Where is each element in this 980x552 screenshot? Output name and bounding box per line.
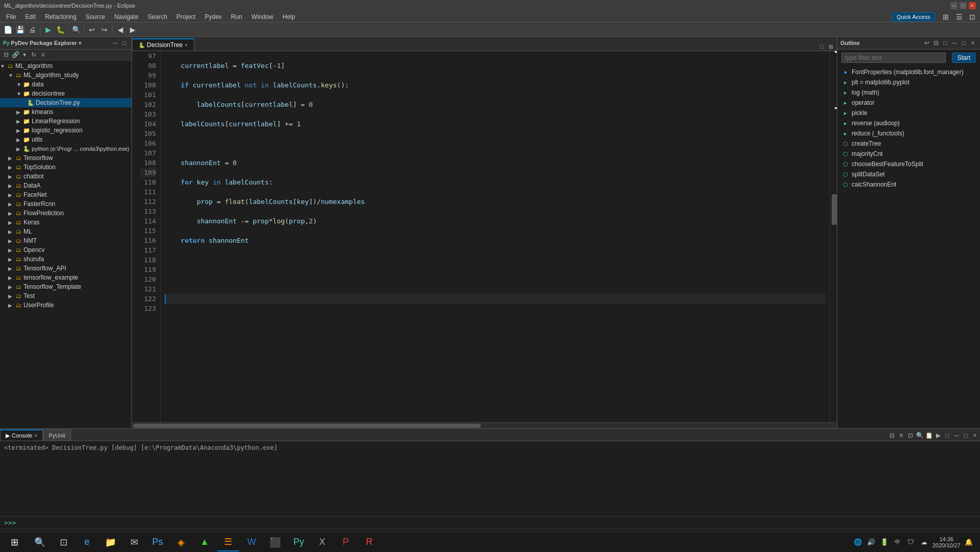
taskbar-photoshop[interactable]: Ps bbox=[146, 533, 169, 551]
tree-item-ml[interactable]: ▶ 🗂 ML bbox=[0, 227, 131, 236]
console-btn6[interactable]: ▶ bbox=[934, 431, 942, 440]
start-button[interactable]: Start bbox=[952, 53, 976, 63]
tree-item-ml-algorithm[interactable]: ▼ 🗂 ML_algorithm bbox=[0, 61, 131, 71]
tab-maximize-btn[interactable]: □ bbox=[817, 42, 826, 51]
next-btn[interactable]: ▶ bbox=[127, 24, 138, 35]
debug-btn[interactable]: 🐛 bbox=[55, 24, 66, 35]
menu-help[interactable]: Help bbox=[278, 12, 299, 21]
antivirus-icon[interactable]: 🛡 bbox=[906, 537, 916, 547]
outline-item-plt[interactable]: ▸ plt = matplotlib.pyplot bbox=[837, 77, 980, 87]
cloud-icon[interactable]: ☁ bbox=[919, 537, 929, 547]
tree-item-ml-algorithm-study[interactable]: ▼ 🗂 ML_algorithm_study bbox=[0, 71, 131, 80]
redo-btn[interactable]: ↪ bbox=[99, 24, 110, 35]
taskbar-db[interactable]: ◈ bbox=[170, 533, 192, 551]
outline-maximize-btn[interactable]: □ bbox=[960, 39, 968, 47]
taskbar-edge[interactable]: e bbox=[76, 533, 98, 551]
tree-item-test[interactable]: ▶ 🗂 Test bbox=[0, 291, 131, 301]
console-maximize-btn[interactable]: □ bbox=[962, 431, 970, 440]
network-icon[interactable]: 🌐 bbox=[853, 537, 863, 547]
taskbar-taskview[interactable]: ⊡ bbox=[52, 533, 75, 551]
explorer-menu-btn[interactable]: ▾ bbox=[20, 51, 29, 59]
close-button[interactable]: ✕ bbox=[969, 2, 976, 9]
outline-item-operator[interactable]: ▸ operator bbox=[837, 98, 980, 108]
pyunit-tab[interactable]: PyUnit bbox=[43, 429, 71, 441]
window-controls[interactable]: ─ □ ✕ bbox=[950, 2, 976, 9]
outline-item-splitdataset[interactable]: ⬡ splitDataSet bbox=[837, 169, 980, 179]
prev-btn[interactable]: ◀ bbox=[115, 24, 126, 35]
tree-item-data[interactable]: ▼ 📁 data bbox=[0, 80, 131, 89]
taskbar-xshell[interactable]: X bbox=[311, 533, 333, 551]
editor-scrollbar[interactable] bbox=[830, 51, 837, 422]
sync-btn[interactable]: ↻ bbox=[30, 51, 38, 59]
outline-item-choosebestfeature[interactable]: ⬡ chooseBestFeatureToSplit bbox=[837, 159, 980, 169]
tree-item-logistic-regression[interactable]: ▶ 📁 logistic_regression bbox=[0, 126, 131, 135]
menu-edit[interactable]: Edit bbox=[21, 12, 40, 21]
taskbar-redis[interactable]: R bbox=[358, 533, 381, 551]
outline-icon2[interactable]: ⊟ bbox=[932, 39, 940, 47]
collapse-all-btn[interactable]: ⊟ bbox=[2, 51, 10, 59]
outline-minimize-btn[interactable]: ─ bbox=[950, 39, 959, 47]
code-editor[interactable]: 979899100 101102103104 105106107108 1091… bbox=[132, 51, 837, 422]
tab-restore-btn[interactable]: ⊞ bbox=[827, 42, 835, 51]
tree-item-nmt[interactable]: ▶ 🗂 NMT bbox=[0, 236, 131, 245]
outline-item-pickle[interactable]: ▸ pickle bbox=[837, 108, 980, 118]
menu-window[interactable]: Window bbox=[248, 12, 278, 21]
minimize-panel-btn[interactable]: ─ bbox=[111, 39, 119, 47]
link-editor-btn[interactable]: 🔗 bbox=[11, 51, 19, 59]
tree-item-chatbot[interactable]: ▶ 🗂 chatbot bbox=[0, 172, 131, 181]
menu-refactoring[interactable]: Refactoring bbox=[41, 12, 80, 21]
scroll-thumb[interactable] bbox=[832, 194, 837, 225]
tree-item-utils[interactable]: ▶ 📁 utils bbox=[0, 135, 131, 144]
tree-item-tensorflow-example[interactable]: ▶ 🗂 tensorflow_example bbox=[0, 273, 131, 282]
menu-navigate[interactable]: Navigate bbox=[110, 12, 142, 21]
tree-item-tensorflow-template[interactable]: ▶ 🗂 Tensorflow_Template bbox=[0, 282, 131, 291]
taskbar-word[interactable]: W bbox=[240, 533, 263, 551]
taskbar-term[interactable]: ⬛ bbox=[264, 533, 286, 551]
tree-item-flowprediction[interactable]: ▶ 🗂 FlowPrediction bbox=[0, 209, 131, 218]
tree-item-userprofile[interactable]: ▶ 🗂 UserProfile bbox=[0, 301, 131, 310]
undo-btn[interactable]: ↩ bbox=[86, 24, 98, 35]
outline-item-calcshannonent[interactable]: ⬡ calcShannonEnt bbox=[837, 179, 980, 190]
maximize-button[interactable]: □ bbox=[960, 2, 967, 9]
console-tab[interactable]: ▶ Console × bbox=[0, 429, 43, 441]
console-minimize-btn[interactable]: ─ bbox=[952, 431, 961, 440]
code-content[interactable]: currentlabel = featVec[-1] if currentlab… bbox=[161, 51, 830, 422]
tree-item-kmeans[interactable]: ▶ 📁 kmeans bbox=[0, 107, 131, 117]
console-btn4[interactable]: 🔍 bbox=[916, 431, 924, 440]
taskbar-eclipse[interactable]: ☰ bbox=[217, 533, 239, 551]
menu-source[interactable]: Source bbox=[81, 12, 109, 21]
outline-item-reverse[interactable]: ▸ reverse (audioop) bbox=[837, 118, 980, 128]
volume-icon[interactable]: 🔊 bbox=[866, 537, 876, 547]
tree-item-facenet[interactable]: ▶ 🗂 FaceNet bbox=[0, 190, 131, 199]
tree-item-decisiontree-py[interactable]: 🐍 DecisionTree.py bbox=[0, 98, 131, 107]
menu-search[interactable]: Search bbox=[144, 12, 171, 21]
search-btn[interactable]: 🔍 bbox=[71, 24, 82, 35]
run-btn[interactable]: ▶ bbox=[42, 24, 54, 35]
outline-item-fontproperties[interactable]: ● FontProperties (matplotlib.font_manage… bbox=[837, 67, 980, 77]
taskbar-android[interactable]: ▲ bbox=[193, 533, 216, 551]
console-close-btn[interactable]: × bbox=[971, 431, 979, 440]
scroll-thumb-horizontal[interactable] bbox=[133, 424, 481, 428]
print-btn[interactable]: 🖨 bbox=[27, 24, 38, 35]
view-btn[interactable]: ☰ bbox=[953, 11, 965, 22]
tree-item-topsolution[interactable]: ▶ 🗂 TopSolution bbox=[0, 163, 131, 172]
menu-run[interactable]: Run bbox=[227, 12, 247, 21]
taskbar-start-button[interactable]: ⊞ bbox=[2, 533, 27, 551]
clock[interactable]: 14:36 2020/10/27 bbox=[932, 536, 961, 548]
taskbar-ppt[interactable]: P bbox=[335, 533, 357, 551]
perspective-btn[interactable]: ⊞ bbox=[940, 11, 951, 22]
console-btn1[interactable]: ⊟ bbox=[888, 431, 896, 440]
outline-icon1[interactable]: ↩ bbox=[923, 39, 931, 47]
menu-project[interactable]: Project bbox=[172, 12, 199, 21]
menu-pydev[interactable]: Pydev bbox=[201, 12, 226, 21]
taskbar-mail[interactable]: ✉ bbox=[123, 533, 145, 551]
tree-item-opencv[interactable]: ▶ 🗂 Opencv bbox=[0, 245, 131, 255]
tree-item-tensorflow[interactable]: ▶ 🗂 Tensorflow bbox=[0, 153, 131, 163]
outline-item-majoritycnt[interactable]: ⬡ majorityCnt bbox=[837, 149, 980, 159]
taskbar-pycharm[interactable]: Py bbox=[287, 533, 310, 551]
tree-item-decisiontree[interactable]: ▼ 📁 decisiontree bbox=[0, 89, 131, 98]
layout-btn[interactable]: ⊡ bbox=[967, 11, 978, 22]
tree-item-python[interactable]: ▶ 🐍 python (e:\Progr ... conda3\python.e… bbox=[0, 144, 131, 153]
tree-item-fasterrcnn[interactable]: ▶ 🗂 FasterRcnn bbox=[0, 199, 131, 209]
menu-file[interactable]: File bbox=[2, 12, 20, 21]
